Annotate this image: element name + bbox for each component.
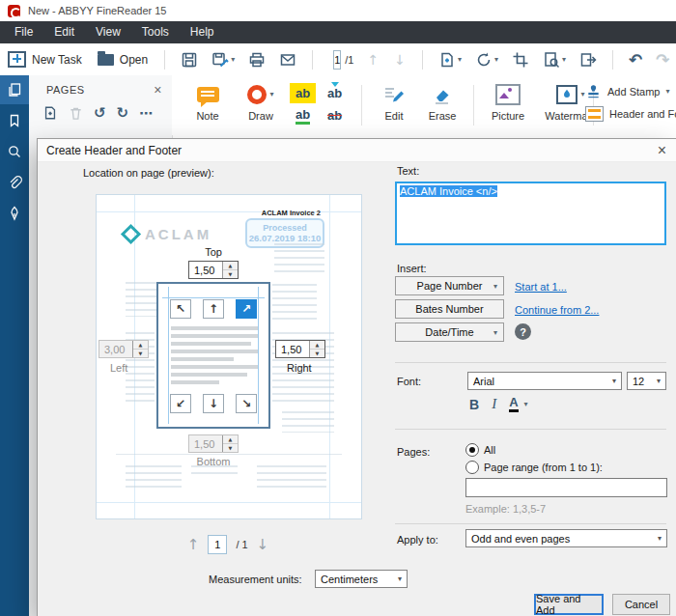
save-as-button[interactable]: ▾ (211, 51, 235, 69)
spin-up-icon[interactable]: ▲ (133, 341, 148, 350)
header-footer-button[interactable]: Header and Footer (585, 106, 676, 122)
menu-help[interactable]: Help (180, 21, 225, 43)
add-page-icon[interactable] (42, 105, 58, 121)
pages-icon (7, 82, 22, 98)
spin-down-icon[interactable]: ▼ (310, 350, 324, 357)
undo-button[interactable]: ↶ (629, 50, 642, 70)
previous-page-button[interactable]: ↑ (367, 52, 379, 68)
separator (422, 50, 423, 70)
position-top-center-button[interactable]: ↑ (203, 299, 224, 319)
main-toolbar: New Task Open ▾ 1 /1 ↑ ↓ ▾ (0, 43, 676, 76)
font-family-select[interactable]: Arial ▾ (467, 372, 622, 390)
sidebar-item-attachments[interactable] (0, 168, 29, 197)
bold-button[interactable]: B (469, 397, 479, 412)
sidebar-item-search[interactable] (0, 137, 29, 166)
spin-down-icon[interactable]: ▼ (223, 270, 238, 278)
insert-bates-number-button[interactable]: Bates Number (395, 299, 504, 319)
page-number-box[interactable]: 1 (333, 50, 341, 70)
italic-button[interactable]: I (492, 396, 496, 412)
preview-page-number-box[interactable]: 1 (208, 535, 227, 554)
more-options-icon[interactable]: ⋯ (139, 106, 153, 120)
preview-prev-page-button[interactable]: ↑ (187, 536, 200, 553)
close-panel-icon[interactable]: × (154, 83, 162, 97)
picture-tool[interactable]: Picture (483, 82, 533, 122)
crop-button[interactable] (512, 51, 529, 69)
help-icon[interactable]: ? (515, 323, 531, 340)
position-bottom-center-button[interactable]: ↓ (203, 394, 224, 413)
dialog-close-icon[interactable]: × (658, 143, 668, 158)
highlight-tool[interactable]: ab (290, 83, 316, 103)
add-stamp-button[interactable]: Add Stamp ▾ (585, 83, 676, 99)
save-button[interactable] (181, 51, 198, 69)
menu-tools[interactable]: Tools (131, 21, 180, 43)
note-tool[interactable]: Note (185, 82, 230, 122)
print-button[interactable] (248, 51, 266, 69)
open-folder-icon (98, 54, 114, 66)
top-margin-label: Top (188, 246, 239, 258)
spin-up-icon[interactable]: ▲ (223, 435, 238, 444)
draw-icon (247, 85, 267, 104)
dialog-titlebar: Create Header and Footer × (38, 139, 676, 162)
menu-edit[interactable]: Edit (43, 21, 85, 43)
page-range-input[interactable] (465, 478, 667, 497)
spin-down-icon[interactable]: ▼ (223, 444, 238, 452)
sidebar-item-bookmarks[interactable] (0, 106, 29, 135)
top-margin-guide (97, 211, 361, 212)
font-size-select[interactable]: 12 ▾ (627, 372, 666, 390)
selector-text-preview (171, 326, 258, 388)
spin-up-icon[interactable]: ▲ (310, 341, 324, 350)
position-bottom-right-button[interactable]: ↘ (236, 394, 257, 413)
header-text-input[interactable]: ACLAM Invoice <n/> (395, 182, 666, 245)
menu-view[interactable]: View (85, 21, 131, 43)
next-page-button[interactable]: ↓ (394, 52, 406, 68)
insert-date-time-button[interactable]: Date/Time ▾ (395, 322, 504, 342)
pages-range-radio[interactable] (465, 461, 479, 474)
rotate-right-icon[interactable]: ↻ (117, 106, 129, 121)
pages-all-radio[interactable] (465, 443, 479, 457)
position-bottom-left-button[interactable]: ↙ (170, 394, 191, 413)
add-page-button[interactable]: ▾ (438, 51, 462, 69)
start-at-link[interactable]: Start at 1... (515, 281, 567, 293)
font-color-button[interactable]: A (509, 396, 518, 412)
underline-tool[interactable]: ab (290, 105, 316, 126)
rotate-left-icon[interactable]: ↺ (94, 106, 106, 121)
insert-page-number-button[interactable]: Page Number ▾ (395, 276, 504, 295)
right-margin-spinner[interactable]: 1,50 ▲▼ (275, 340, 325, 358)
erase-tool[interactable]: Erase (419, 82, 465, 122)
left-margin-spinner[interactable]: 3,00 ▲▼ (99, 340, 149, 358)
measurement-units-select[interactable]: Centimeters ▾ (315, 570, 408, 588)
export-button[interactable] (579, 51, 597, 69)
sidebar-item-signature[interactable] (0, 199, 29, 228)
strikethrough-tool[interactable]: ab (322, 105, 348, 126)
draw-tool[interactable]: ▾ Draw (236, 82, 286, 122)
new-task-button[interactable]: New Task (8, 51, 82, 68)
edit-tool[interactable]: Edit (373, 82, 415, 122)
position-selector: ↖ ↑ ↗ ↙ ↓ ↘ (156, 282, 270, 429)
email-button[interactable] (279, 51, 296, 69)
position-top-right-button[interactable]: ↗ (236, 299, 257, 319)
spin-up-icon[interactable]: ▲ (223, 262, 238, 270)
menu-file[interactable]: File (4, 21, 43, 43)
preview-next-page-button[interactable]: ↓ (257, 536, 269, 553)
preview-button[interactable]: ▾ (543, 51, 566, 69)
open-button[interactable]: Open (98, 53, 148, 67)
save-and-add-button[interactable]: Save and Add (534, 594, 604, 615)
position-top-left-button[interactable]: ↖ (170, 299, 191, 319)
edit-pencil-icon (383, 85, 405, 104)
left-margin-label: Left (110, 362, 127, 374)
caret-down-icon: ▾ (562, 56, 566, 64)
spin-down-icon[interactable]: ▼ (133, 350, 148, 357)
bottom-margin-spinner[interactable]: 1,50 ▲▼ (188, 434, 239, 453)
crop-icon (512, 51, 529, 69)
apply-to-select[interactable]: Odd and even pages ▾ (465, 529, 667, 547)
selector-top-guide (162, 297, 265, 298)
caret-down-icon: ▾ (665, 88, 669, 96)
cancel-button[interactable]: Cancel (612, 594, 670, 615)
redo-button[interactable]: ↷ (656, 50, 669, 70)
insert-text-tool[interactable]: ab (322, 83, 348, 103)
sidebar-item-pages[interactable] (0, 75, 29, 104)
continue-from-link[interactable]: Continue from 2... (515, 304, 599, 316)
top-margin-spinner[interactable]: 1,50 ▲▼ (188, 261, 239, 279)
rotate-button[interactable]: ▾ (475, 51, 498, 69)
delete-page-icon[interactable] (69, 106, 83, 121)
